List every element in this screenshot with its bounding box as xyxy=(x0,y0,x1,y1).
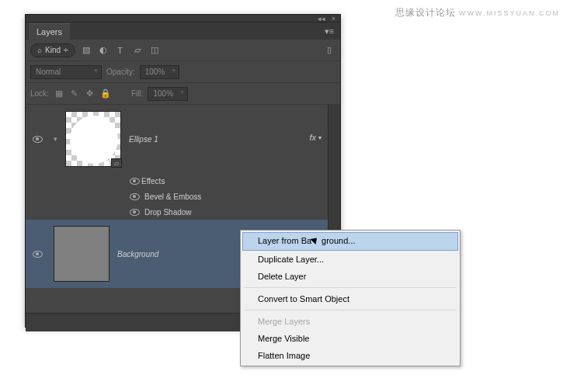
menu-delete-layer[interactable]: Delete Layer xyxy=(242,268,458,285)
context-menu: Layer from Baground... Duplicate Layer..… xyxy=(240,230,461,366)
layer-row-ellipse[interactable]: ▾ ▱ Ellipse 1 xyxy=(26,105,340,173)
opacity-label: Opacity: xyxy=(106,68,135,76)
lock-transparent-icon[interactable]: ▦ xyxy=(54,88,64,99)
menu-separator xyxy=(244,287,457,288)
blend-mode-select[interactable]: Normal xyxy=(30,65,102,79)
chevron-down-icon: ▾ xyxy=(318,134,322,141)
layer-name[interactable]: Background xyxy=(117,250,158,258)
filter-adjustment-icon[interactable]: ◐ xyxy=(97,44,109,57)
search-icon: ⌕ xyxy=(37,46,42,54)
chevron-down-icon: ÷ xyxy=(64,46,68,54)
menu-convert-smart-object[interactable]: Convert to Smart Object xyxy=(242,290,458,307)
tab-bar: Layers ▾≡ xyxy=(26,23,340,40)
tab-layers[interactable]: Layers xyxy=(29,23,70,40)
cursor-icon xyxy=(312,236,321,247)
collapse-icon[interactable]: ◂◂ xyxy=(318,15,325,23)
menu-separator xyxy=(244,310,457,310)
visibility-toggle[interactable] xyxy=(130,178,140,185)
lock-position-icon[interactable]: ✥ xyxy=(85,88,96,99)
filter-shape-icon[interactable]: ▱ xyxy=(131,44,144,57)
filter-pixel-icon[interactable]: ▧ xyxy=(80,44,92,57)
filter-smart-icon[interactable]: ◫ xyxy=(148,44,161,57)
visibility-toggle[interactable] xyxy=(130,209,140,216)
visibility-toggle[interactable] xyxy=(33,251,43,258)
watermark: 思缘设计论坛 WWW.MISSYUAN.COM xyxy=(395,6,560,19)
menu-merge-visible[interactable]: Merge Visible xyxy=(242,330,458,347)
lock-row: Lock: ▦ ✎ ✥ 🔒 Fill: 100% xyxy=(26,83,340,105)
filter-type-icon[interactable]: T xyxy=(114,44,127,57)
visibility-toggle[interactable] xyxy=(33,136,43,143)
expand-icon[interactable]: ▾ xyxy=(54,135,57,143)
menu-flatten-image[interactable]: Flatten Image xyxy=(242,347,458,364)
menu-layer-from-background[interactable]: Layer from Baground... xyxy=(242,232,458,251)
effects-header[interactable]: Effects xyxy=(26,173,340,189)
menu-merge-layers: Merge Layers xyxy=(242,313,458,330)
effect-dropshadow[interactable]: Drop Shadow xyxy=(26,204,340,220)
filter-kind-select[interactable]: ⌕ Kind ÷ xyxy=(30,43,75,57)
panel-menu-icon[interactable]: ▾≡ xyxy=(325,26,334,36)
close-icon[interactable]: × xyxy=(332,15,335,23)
shape-badge-icon: ▱ xyxy=(111,158,122,168)
lock-image-icon[interactable]: ✎ xyxy=(69,88,80,99)
fill-input[interactable]: 100% xyxy=(148,87,188,101)
panel-header: ◂◂ × xyxy=(26,15,340,23)
filter-toggle-icon[interactable]: ▯ xyxy=(323,44,335,57)
blend-row: Normal Opacity: 100% xyxy=(26,61,340,83)
layer-thumbnail[interactable]: ▱ xyxy=(65,111,121,167)
lock-all-icon[interactable]: 🔒 xyxy=(100,88,111,99)
effect-bevel[interactable]: Bevel & Emboss xyxy=(26,189,340,204)
opacity-input[interactable]: 100% xyxy=(140,65,180,79)
menu-duplicate-layer[interactable]: Duplicate Layer... xyxy=(242,251,458,268)
layer-name[interactable]: Ellipse 1 xyxy=(129,135,158,144)
lock-label: Lock: xyxy=(30,89,49,98)
visibility-toggle[interactable] xyxy=(130,193,140,200)
filter-row: ⌕ Kind ÷ ▧ ◐ T ▱ ◫ ▯ xyxy=(26,40,340,61)
layer-thumbnail[interactable] xyxy=(54,226,109,282)
fx-badge[interactable]: fx▾ xyxy=(309,133,322,142)
fill-label: Fill: xyxy=(131,89,144,98)
